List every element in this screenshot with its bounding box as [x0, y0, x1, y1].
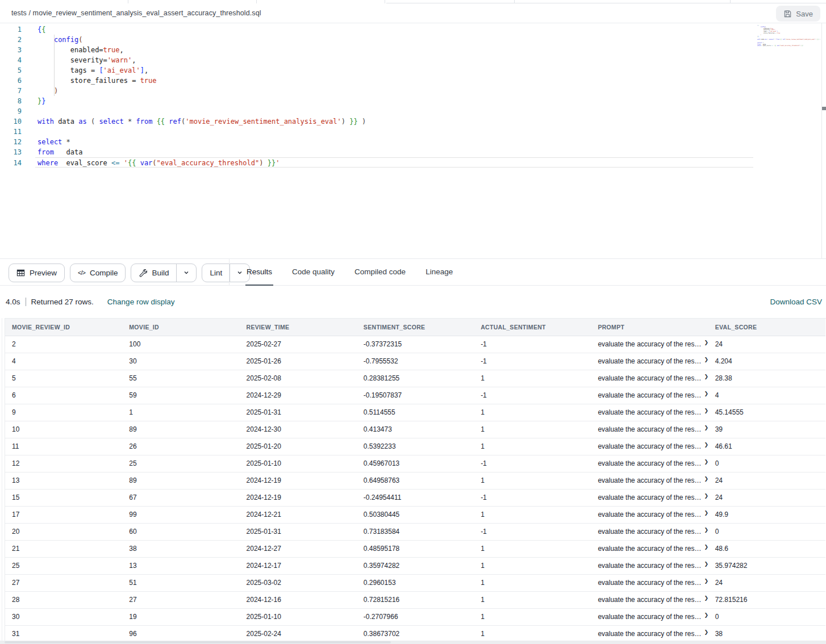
prompt-expand-chevron-icon[interactable]: ❯ [704, 544, 708, 550]
tab-code-quality[interactable]: Code quality [291, 259, 336, 286]
cell-review_time: 2025-01-26 [240, 353, 357, 370]
cell-sentiment_score: -0.37372315 [357, 336, 474, 353]
table-row: 28272024-12-160.728152161evaluate the ac… [5, 591, 825, 608]
cell-movie_review_id: 13 [5, 472, 122, 489]
code-line-6[interactable]: 6 store_failures = true [35, 76, 753, 86]
preview-button[interactable]: Preview [9, 264, 65, 282]
table-icon [16, 269, 25, 277]
code-line-14[interactable]: 14where eval_score <= '{{ var("eval_accu… [35, 157, 753, 168]
prompt-expand-chevron-icon[interactable]: ❯ [704, 476, 708, 482]
column-header-eval_score: EVAL_SCORE [708, 319, 825, 336]
code-line-7[interactable]: 7 ) [35, 86, 753, 96]
prompt-preview-text: evaluate the accuracy of the res… [598, 596, 701, 604]
column-header-review_time: REVIEW_TIME [240, 319, 357, 336]
build-button[interactable]: Build [131, 264, 197, 282]
horizontal-scrollbar[interactable] [0, 641, 826, 644]
code-line-8[interactable]: 8}} [35, 96, 753, 106]
status-separator [26, 298, 26, 306]
prompt-expand-chevron-icon[interactable]: ❯ [704, 561, 708, 567]
prompt-expand-chevron-icon[interactable]: ❯ [704, 408, 708, 413]
cell-eval_score: 49.9 [708, 506, 825, 523]
code-line-2[interactable]: 2 config( [35, 35, 753, 45]
code-line-10[interactable]: 10with data as ( select * from {{ ref('m… [35, 116, 753, 127]
cell-movie_id: 59 [122, 387, 239, 404]
code-line-13[interactable]: 13from data [35, 147, 753, 157]
column-header-actual_sentiment: ACTUAL_SENTIMENT [474, 319, 591, 336]
cell-movie_review_id: 21 [5, 540, 122, 557]
code-line-1[interactable]: 1{{ [35, 24, 753, 35]
code-line-12[interactable]: 12select * [35, 137, 753, 147]
cell-sentiment_score: 0.35974282 [357, 557, 474, 574]
results-table-container[interactable]: MOVIE_REVIEW_IDMOVIE_IDREVIEW_TIMESENTIM… [5, 318, 826, 641]
prompt-expand-chevron-icon[interactable]: ❯ [704, 510, 708, 516]
code-line-4[interactable]: 4 severity='warn', [35, 55, 753, 65]
cell-actual_sentiment: -1 [474, 387, 591, 404]
preview-button-label: Preview [30, 269, 57, 277]
cell-movie_id: 60 [122, 523, 239, 540]
prompt-expand-chevron-icon[interactable]: ❯ [704, 391, 708, 396]
cell-movie_id: 51 [122, 574, 239, 591]
toolbar-tabs-divider [229, 259, 230, 285]
tab-results[interactable]: Results [245, 259, 273, 286]
cell-actual_sentiment: 1 [474, 438, 591, 455]
prompt-expand-chevron-icon[interactable]: ❯ [704, 578, 708, 584]
prompt-preview-text: evaluate the accuracy of the res… [598, 579, 701, 587]
prompt-expand-chevron-icon[interactable]: ❯ [704, 612, 708, 618]
line-number: 6 [0, 76, 22, 86]
code-line-9[interactable]: 9 [35, 106, 753, 116]
code-line-5[interactable]: 5 tags = ['ai_eval'], [35, 65, 753, 76]
prompt-expand-chevron-icon[interactable]: ❯ [704, 357, 708, 362]
cell-movie_review_id: 2 [5, 336, 122, 353]
cell-actual_sentiment: 1 [474, 608, 591, 625]
line-number: 12 [0, 137, 22, 147]
cell-movie_id: 30 [122, 353, 239, 370]
cell-movie_id: 25 [122, 455, 239, 472]
prompt-expand-chevron-icon[interactable]: ❯ [704, 629, 708, 635]
prompt-expand-chevron-icon[interactable]: ❯ [704, 595, 708, 601]
cell-movie_review_id: 17 [5, 506, 122, 523]
change-row-display-link[interactable]: Change row display [107, 298, 175, 306]
horizontal-scrollbar-thumb[interactable] [5, 641, 391, 643]
cell-sentiment_score: -0.7955532 [357, 353, 474, 370]
prompt-preview-text: evaluate the accuracy of the res… [598, 442, 701, 450]
prompt-expand-chevron-icon[interactable]: ❯ [704, 425, 708, 430]
table-row: 27512025-03-020.29601531evaluate the acc… [5, 574, 825, 591]
prompt-expand-chevron-icon[interactable]: ❯ [704, 493, 708, 499]
cell-actual_sentiment: -1 [474, 455, 591, 472]
cell-review_time: 2025-03-02 [240, 574, 357, 591]
line-number: 4 [0, 55, 22, 65]
tab-lineage[interactable]: Lineage [424, 259, 454, 286]
cell-review_time: 2024-12-19 [240, 472, 357, 489]
editor-scrollbar[interactable] [821, 23, 822, 258]
prompt-expand-chevron-icon[interactable]: ❯ [704, 527, 708, 533]
minimap[interactable]: {{ config( enabled=true, severity='warn'… [757, 25, 821, 47]
table-row: 31962025-02-240.386737021evaluate the ac… [5, 625, 825, 641]
save-button[interactable]: Save [776, 6, 820, 22]
download-csv-link[interactable]: Download CSV [770, 298, 822, 306]
prompt-expand-chevron-icon[interactable]: ❯ [704, 374, 708, 379]
prompt-expand-chevron-icon[interactable]: ❯ [704, 442, 708, 448]
cell-prompt: evaluate the accuracy of the res…❯ [591, 540, 708, 557]
cell-review_time: 2024-12-19 [240, 489, 357, 506]
cell-actual_sentiment: 1 [474, 591, 591, 608]
tab-compiled-code[interactable]: Compiled code [353, 259, 407, 286]
prompt-preview-text: evaluate the accuracy of the res… [598, 528, 701, 536]
cell-movie_review_id: 12 [5, 455, 122, 472]
rows-returned: Returned 27 rows. [31, 298, 94, 306]
lint-button[interactable]: Lint [202, 264, 250, 282]
build-dropdown-chevron-icon[interactable] [176, 264, 196, 282]
cell-actual_sentiment: 1 [474, 506, 591, 523]
code-line-3[interactable]: 3 enabled=true, [35, 45, 753, 55]
overview-ruler-marker [822, 107, 826, 110]
indent-guide [54, 35, 55, 96]
cell-movie_id: 13 [122, 557, 239, 574]
line-number: 1 [0, 24, 22, 35]
cell-eval_score: 0 [708, 455, 825, 472]
code-editor[interactable]: 1{{2 config(3 enabled=true,4 severity='w… [0, 23, 826, 258]
table-row: 10892024-12-300.4134731evaluate the accu… [5, 421, 825, 438]
prompt-expand-chevron-icon[interactable]: ❯ [704, 459, 708, 465]
code-line-11[interactable]: 11 [35, 127, 753, 137]
prompt-expand-chevron-icon[interactable]: ❯ [704, 340, 708, 345]
compile-button[interactable]: </>Compile [70, 264, 126, 282]
cell-movie_id: 1 [122, 404, 239, 421]
